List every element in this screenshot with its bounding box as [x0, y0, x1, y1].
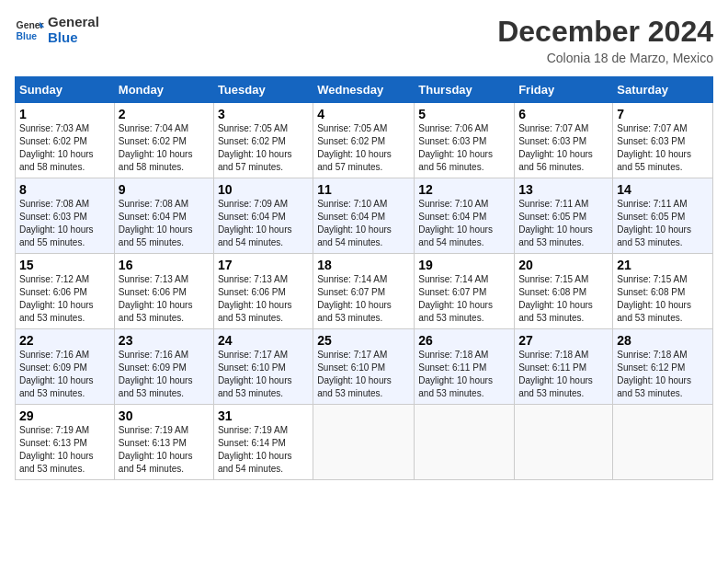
day-number: 26 — [418, 333, 510, 348]
day-info: Sunrise: 7:07 AM Sunset: 6:03 PM Dayligh… — [617, 122, 709, 174]
day-info: Sunrise: 7:12 AM Sunset: 6:06 PM Dayligh… — [19, 273, 110, 325]
day-info: Sunrise: 7:14 AM Sunset: 6:07 PM Dayligh… — [418, 273, 510, 325]
calendar-cell: 7Sunrise: 7:07 AM Sunset: 6:03 PM Daylig… — [613, 103, 713, 178]
week-row-4: 22Sunrise: 7:16 AM Sunset: 6:09 PM Dayli… — [16, 329, 713, 405]
calendar-cell: 11Sunrise: 7:10 AM Sunset: 6:04 PM Dayli… — [313, 178, 415, 254]
week-row-2: 8Sunrise: 7:08 AM Sunset: 6:03 PM Daylig… — [16, 178, 713, 254]
header-monday: Monday — [114, 77, 213, 103]
day-number: 13 — [518, 182, 609, 197]
day-number: 23 — [119, 333, 210, 348]
day-number: 29 — [19, 408, 110, 423]
day-info: Sunrise: 7:11 AM Sunset: 6:05 PM Dayligh… — [617, 198, 709, 249]
subtitle: Colonia 18 de Marzo, Mexico — [497, 51, 713, 65]
header: General Blue General Blue December 2024 … — [15, 15, 713, 65]
calendar-cell: 28Sunrise: 7:18 AM Sunset: 6:12 PM Dayli… — [613, 329, 713, 405]
day-info: Sunrise: 7:18 AM Sunset: 6:12 PM Dayligh… — [617, 349, 709, 400]
calendar-cell: 8Sunrise: 7:08 AM Sunset: 6:03 PM Daylig… — [16, 178, 115, 254]
calendar-cell: 24Sunrise: 7:17 AM Sunset: 6:10 PM Dayli… — [213, 329, 313, 405]
day-info: Sunrise: 7:16 AM Sunset: 6:09 PM Dayligh… — [19, 349, 110, 400]
calendar-cell — [515, 405, 613, 480]
day-info: Sunrise: 7:07 AM Sunset: 6:03 PM Dayligh… — [518, 122, 609, 174]
calendar-cell: 19Sunrise: 7:14 AM Sunset: 6:07 PM Dayli… — [415, 254, 515, 329]
calendar-header-row: SundayMondayTuesdayWednesdayThursdayFrid… — [16, 77, 713, 103]
calendar-cell: 13Sunrise: 7:11 AM Sunset: 6:05 PM Dayli… — [515, 178, 613, 254]
day-number: 5 — [418, 107, 510, 121]
day-info: Sunrise: 7:15 AM Sunset: 6:08 PM Dayligh… — [617, 273, 709, 325]
calendar-cell: 3Sunrise: 7:05 AM Sunset: 6:02 PM Daylig… — [213, 103, 313, 178]
calendar-cell: 30Sunrise: 7:19 AM Sunset: 6:13 PM Dayli… — [114, 405, 213, 480]
day-number: 14 — [617, 182, 709, 197]
day-info: Sunrise: 7:19 AM Sunset: 6:13 PM Dayligh… — [119, 424, 210, 476]
day-number: 15 — [19, 258, 110, 272]
day-number: 19 — [418, 258, 510, 272]
day-info: Sunrise: 7:17 AM Sunset: 6:10 PM Dayligh… — [218, 349, 309, 400]
day-number: 8 — [19, 182, 110, 197]
day-number: 10 — [218, 182, 309, 197]
day-number: 20 — [518, 258, 609, 272]
day-number: 22 — [19, 333, 110, 348]
calendar-cell: 12Sunrise: 7:10 AM Sunset: 6:04 PM Dayli… — [415, 178, 515, 254]
calendar-cell: 22Sunrise: 7:16 AM Sunset: 6:09 PM Dayli… — [16, 329, 115, 405]
day-info: Sunrise: 7:16 AM Sunset: 6:09 PM Dayligh… — [119, 349, 210, 400]
day-number: 18 — [317, 258, 410, 272]
header-sunday: Sunday — [16, 77, 115, 103]
calendar-cell: 5Sunrise: 7:06 AM Sunset: 6:03 PM Daylig… — [415, 103, 515, 178]
day-number: 24 — [218, 333, 309, 348]
day-number: 9 — [119, 182, 210, 197]
day-info: Sunrise: 7:13 AM Sunset: 6:06 PM Dayligh… — [119, 273, 210, 325]
calendar-cell: 17Sunrise: 7:13 AM Sunset: 6:06 PM Dayli… — [213, 254, 313, 329]
logo: General Blue General Blue — [15, 15, 99, 45]
day-info: Sunrise: 7:06 AM Sunset: 6:03 PM Dayligh… — [418, 122, 510, 174]
calendar-cell: 25Sunrise: 7:17 AM Sunset: 6:10 PM Dayli… — [313, 329, 415, 405]
calendar-cell: 21Sunrise: 7:15 AM Sunset: 6:08 PM Dayli… — [613, 254, 713, 329]
day-info: Sunrise: 7:18 AM Sunset: 6:11 PM Dayligh… — [518, 349, 609, 400]
logo-line1: General — [48, 15, 99, 30]
calendar-cell — [613, 405, 713, 480]
calendar-body: 1Sunrise: 7:03 AM Sunset: 6:02 PM Daylig… — [16, 103, 713, 480]
day-number: 25 — [317, 333, 410, 348]
day-info: Sunrise: 7:18 AM Sunset: 6:11 PM Dayligh… — [418, 349, 510, 400]
day-info: Sunrise: 7:03 AM Sunset: 6:02 PM Dayligh… — [19, 122, 110, 174]
header-tuesday: Tuesday — [213, 77, 313, 103]
day-number: 11 — [317, 182, 410, 197]
day-info: Sunrise: 7:11 AM Sunset: 6:05 PM Dayligh… — [518, 198, 609, 249]
calendar-cell — [313, 405, 415, 480]
calendar-cell: 26Sunrise: 7:18 AM Sunset: 6:11 PM Dayli… — [415, 329, 515, 405]
day-info: Sunrise: 7:13 AM Sunset: 6:06 PM Dayligh… — [218, 273, 309, 325]
calendar-cell: 18Sunrise: 7:14 AM Sunset: 6:07 PM Dayli… — [313, 254, 415, 329]
svg-text:Blue: Blue — [17, 30, 38, 40]
day-number: 6 — [518, 107, 609, 121]
day-number: 28 — [617, 333, 709, 348]
day-info: Sunrise: 7:19 AM Sunset: 6:14 PM Dayligh… — [218, 424, 309, 476]
day-info: Sunrise: 7:10 AM Sunset: 6:04 PM Dayligh… — [317, 198, 410, 249]
main-title: December 2024 — [497, 15, 713, 49]
day-number: 31 — [218, 408, 309, 423]
calendar-cell: 4Sunrise: 7:05 AM Sunset: 6:02 PM Daylig… — [313, 103, 415, 178]
calendar-cell: 31Sunrise: 7:19 AM Sunset: 6:14 PM Dayli… — [213, 405, 313, 480]
day-info: Sunrise: 7:08 AM Sunset: 6:04 PM Dayligh… — [119, 198, 210, 249]
day-number: 17 — [218, 258, 309, 272]
calendar-cell: 14Sunrise: 7:11 AM Sunset: 6:05 PM Dayli… — [613, 178, 713, 254]
day-number: 12 — [418, 182, 510, 197]
header-saturday: Saturday — [613, 77, 713, 103]
day-info: Sunrise: 7:09 AM Sunset: 6:04 PM Dayligh… — [218, 198, 309, 249]
day-number: 21 — [617, 258, 709, 272]
day-info: Sunrise: 7:05 AM Sunset: 6:02 PM Dayligh… — [218, 122, 309, 174]
logo-line2: Blue — [48, 30, 99, 46]
header-thursday: Thursday — [415, 77, 515, 103]
header-friday: Friday — [515, 77, 613, 103]
calendar-cell: 23Sunrise: 7:16 AM Sunset: 6:09 PM Dayli… — [114, 329, 213, 405]
day-info: Sunrise: 7:10 AM Sunset: 6:04 PM Dayligh… — [418, 198, 510, 249]
day-number: 3 — [218, 107, 309, 121]
week-row-1: 1Sunrise: 7:03 AM Sunset: 6:02 PM Daylig… — [16, 103, 713, 178]
week-row-5: 29Sunrise: 7:19 AM Sunset: 6:13 PM Dayli… — [16, 405, 713, 480]
day-info: Sunrise: 7:15 AM Sunset: 6:08 PM Dayligh… — [518, 273, 609, 325]
calendar-cell: 29Sunrise: 7:19 AM Sunset: 6:13 PM Dayli… — [16, 405, 115, 480]
day-number: 2 — [119, 107, 210, 121]
calendar-cell: 1Sunrise: 7:03 AM Sunset: 6:02 PM Daylig… — [16, 103, 115, 178]
day-info: Sunrise: 7:04 AM Sunset: 6:02 PM Dayligh… — [119, 122, 210, 174]
calendar-table: SundayMondayTuesdayWednesdayThursdayFrid… — [15, 76, 713, 480]
day-number: 27 — [518, 333, 609, 348]
title-area: December 2024 Colonia 18 de Marzo, Mexic… — [497, 15, 713, 65]
header-wednesday: Wednesday — [313, 77, 415, 103]
